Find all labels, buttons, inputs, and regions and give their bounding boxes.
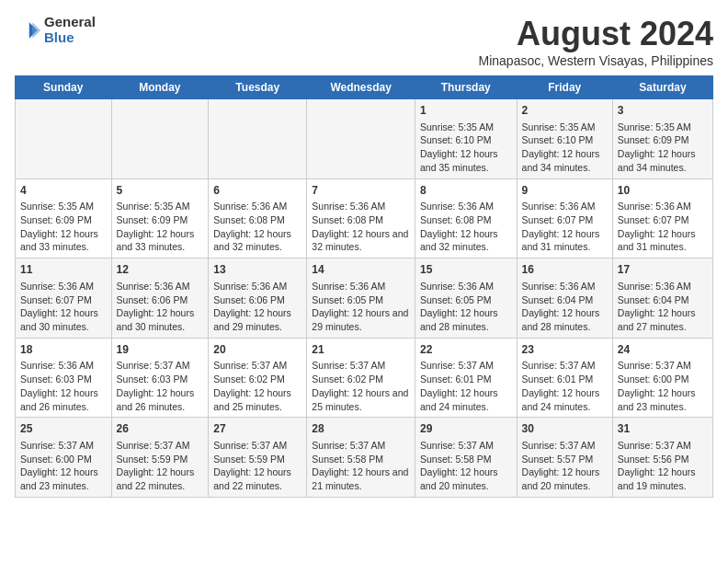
calendar-cell: 11 Sunrise: 5:36 AM Sunset: 6:07 PM Dayl… bbox=[16, 259, 112, 339]
daylight-label: Daylight: 12 hours and 34 minutes. bbox=[522, 148, 600, 173]
day-number: 24 bbox=[618, 342, 708, 358]
day-number: 19 bbox=[117, 342, 204, 358]
calendar-cell: 25 Sunrise: 5:37 AM Sunset: 6:00 PM Dayl… bbox=[16, 418, 112, 498]
sunrise-label: Sunrise: 5:37 AM bbox=[213, 440, 287, 451]
sunrise-label: Sunrise: 5:37 AM bbox=[312, 360, 385, 371]
sunrise-label: Sunrise: 5:36 AM bbox=[20, 360, 94, 371]
daylight-label: Daylight: 12 hours and 28 minutes. bbox=[522, 307, 600, 332]
sunrise-label: Sunrise: 5:35 AM bbox=[522, 121, 596, 132]
calendar-header: SundayMondayTuesdayWednesdayThursdayFrid… bbox=[16, 76, 713, 99]
day-header-saturday: Saturday bbox=[612, 76, 712, 99]
day-number: 30 bbox=[522, 421, 608, 437]
daylight-label: Daylight: 12 hours and 31 minutes. bbox=[522, 228, 600, 253]
header-row: SundayMondayTuesdayWednesdayThursdayFrid… bbox=[16, 76, 713, 99]
sunrise-label: Sunrise: 5:37 AM bbox=[522, 360, 596, 371]
sunrise-label: Sunrise: 5:35 AM bbox=[117, 201, 190, 212]
daylight-label: Daylight: 12 hours and 19 minutes. bbox=[618, 466, 696, 491]
logo: General Blue bbox=[15, 15, 96, 45]
day-number: 14 bbox=[312, 262, 410, 278]
daylight-label: Daylight: 12 hours and 25 minutes. bbox=[312, 387, 408, 412]
day-number: 8 bbox=[420, 183, 512, 199]
sunset-label: Sunset: 6:09 PM bbox=[618, 134, 689, 145]
day-number: 13 bbox=[213, 262, 301, 278]
logo-text: General Blue bbox=[44, 15, 96, 45]
day-number: 5 bbox=[117, 183, 204, 199]
sunset-label: Sunset: 5:58 PM bbox=[312, 454, 383, 465]
sunrise-label: Sunrise: 5:37 AM bbox=[117, 440, 190, 451]
daylight-label: Daylight: 12 hours and 33 minutes. bbox=[20, 228, 98, 253]
sunset-label: Sunset: 6:07 PM bbox=[522, 214, 594, 225]
daylight-label: Daylight: 12 hours and 30 minutes. bbox=[20, 307, 98, 332]
day-header-sunday: Sunday bbox=[16, 76, 112, 99]
sunrise-label: Sunrise: 5:36 AM bbox=[420, 281, 494, 292]
day-number: 23 bbox=[522, 342, 608, 358]
sunrise-label: Sunrise: 5:37 AM bbox=[312, 440, 385, 451]
sunset-label: Sunset: 6:01 PM bbox=[420, 373, 492, 385]
calendar-cell: 2 Sunrise: 5:35 AM Sunset: 6:10 PM Dayli… bbox=[517, 99, 612, 179]
sunset-label: Sunset: 6:03 PM bbox=[20, 373, 92, 385]
day-number: 1 bbox=[420, 103, 512, 119]
sunrise-label: Sunrise: 5:37 AM bbox=[618, 360, 691, 371]
sunset-label: Sunset: 6:06 PM bbox=[117, 294, 188, 305]
calendar-cell: 12 Sunrise: 5:36 AM Sunset: 6:06 PM Dayl… bbox=[111, 259, 209, 339]
sunset-label: Sunset: 6:05 PM bbox=[420, 294, 492, 305]
sunset-label: Sunset: 5:56 PM bbox=[618, 454, 689, 465]
calendar-cell bbox=[16, 99, 112, 179]
sunrise-label: Sunrise: 5:36 AM bbox=[522, 281, 596, 292]
day-number: 22 bbox=[420, 342, 512, 358]
calendar-cell: 15 Sunrise: 5:36 AM Sunset: 6:05 PM Dayl… bbox=[415, 259, 517, 339]
daylight-label: Daylight: 12 hours and 20 minutes. bbox=[420, 466, 498, 491]
sunrise-label: Sunrise: 5:36 AM bbox=[420, 201, 494, 212]
day-number: 31 bbox=[618, 421, 708, 437]
calendar-body: 1 Sunrise: 5:35 AM Sunset: 6:10 PM Dayli… bbox=[16, 99, 713, 498]
sunset-label: Sunset: 5:59 PM bbox=[213, 454, 285, 465]
sunset-label: Sunset: 6:03 PM bbox=[117, 373, 188, 385]
calendar-cell bbox=[111, 99, 209, 179]
calendar-cell: 24 Sunrise: 5:37 AM Sunset: 6:00 PM Dayl… bbox=[612, 338, 712, 418]
header: General Blue August 2024 Minapasoc, West… bbox=[15, 15, 713, 68]
sunset-label: Sunset: 6:00 PM bbox=[618, 373, 689, 385]
sunset-label: Sunset: 6:01 PM bbox=[522, 373, 594, 385]
daylight-label: Daylight: 12 hours and 25 minutes. bbox=[213, 387, 291, 412]
sunset-label: Sunset: 5:59 PM bbox=[117, 454, 188, 465]
calendar-cell: 6 Sunrise: 5:36 AM Sunset: 6:08 PM Dayli… bbox=[209, 178, 307, 259]
calendar-cell: 23 Sunrise: 5:37 AM Sunset: 6:01 PM Dayl… bbox=[517, 338, 612, 418]
daylight-label: Daylight: 12 hours and 28 minutes. bbox=[420, 307, 498, 332]
calendar-cell: 22 Sunrise: 5:37 AM Sunset: 6:01 PM Dayl… bbox=[415, 338, 517, 418]
subtitle: Minapasoc, Western Visayas, Philippines bbox=[479, 53, 714, 68]
day-header-tuesday: Tuesday bbox=[209, 76, 307, 99]
sunset-label: Sunset: 6:09 PM bbox=[117, 214, 188, 225]
day-header-thursday: Thursday bbox=[415, 76, 517, 99]
logo-general: General bbox=[44, 15, 96, 30]
calendar-cell: 19 Sunrise: 5:37 AM Sunset: 6:03 PM Dayl… bbox=[111, 338, 209, 418]
day-number: 4 bbox=[20, 183, 107, 199]
sunset-label: Sunset: 6:10 PM bbox=[420, 134, 492, 145]
daylight-label: Daylight: 12 hours and 23 minutes. bbox=[20, 466, 98, 491]
sunset-label: Sunset: 6:04 PM bbox=[522, 294, 594, 305]
calendar-cell: 17 Sunrise: 5:36 AM Sunset: 6:04 PM Dayl… bbox=[612, 259, 712, 339]
sunrise-label: Sunrise: 5:36 AM bbox=[117, 281, 190, 292]
main-title: August 2024 bbox=[479, 15, 714, 53]
week-row-1: 4 Sunrise: 5:35 AM Sunset: 6:09 PM Dayli… bbox=[16, 178, 713, 259]
calendar-cell bbox=[209, 99, 307, 179]
sunrise-label: Sunrise: 5:35 AM bbox=[20, 201, 94, 212]
day-number: 20 bbox=[213, 342, 301, 358]
sunset-label: Sunset: 6:05 PM bbox=[312, 294, 383, 305]
day-number: 26 bbox=[117, 421, 204, 437]
sunset-label: Sunset: 6:00 PM bbox=[20, 454, 92, 465]
day-header-monday: Monday bbox=[111, 76, 209, 99]
daylight-label: Daylight: 12 hours and 26 minutes. bbox=[20, 387, 98, 412]
day-header-wednesday: Wednesday bbox=[307, 76, 415, 99]
sunset-label: Sunset: 6:06 PM bbox=[213, 294, 285, 305]
sunrise-label: Sunrise: 5:37 AM bbox=[20, 440, 94, 451]
day-number: 6 bbox=[213, 183, 301, 199]
calendar-cell: 10 Sunrise: 5:36 AM Sunset: 6:07 PM Dayl… bbox=[612, 178, 712, 259]
daylight-label: Daylight: 12 hours and 35 minutes. bbox=[420, 148, 498, 173]
week-row-2: 11 Sunrise: 5:36 AM Sunset: 6:07 PM Dayl… bbox=[16, 259, 713, 339]
daylight-label: Daylight: 12 hours and 32 minutes. bbox=[213, 228, 291, 253]
sunset-label: Sunset: 6:07 PM bbox=[20, 294, 92, 305]
sunrise-label: Sunrise: 5:37 AM bbox=[213, 360, 287, 371]
sunset-label: Sunset: 6:10 PM bbox=[522, 134, 594, 145]
daylight-label: Daylight: 12 hours and 24 minutes. bbox=[522, 387, 600, 412]
daylight-label: Daylight: 12 hours and 30 minutes. bbox=[117, 307, 195, 332]
